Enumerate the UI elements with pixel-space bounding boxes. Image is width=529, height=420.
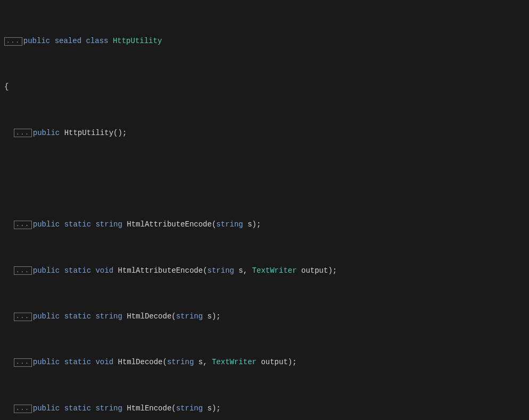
- code-line: ...public static string HtmlDecode(strin…: [0, 311, 529, 323]
- fold-icon[interactable]: ...: [14, 221, 32, 229]
- fold-icon[interactable]: ...: [14, 266, 32, 275]
- code-line: [0, 173, 529, 185]
- code-line: {: [0, 81, 529, 93]
- fold-icon[interactable]: ...: [14, 405, 32, 413]
- code-line: ...public static void HtmlDecode(string …: [0, 357, 529, 368]
- code-editor[interactable]: ...public sealed class HttpUtility { ...…: [0, 0, 529, 420]
- code-line: ...public static string HtmlEncode(strin…: [0, 403, 529, 415]
- code-line: ...public HttpUtility();: [0, 128, 529, 139]
- fold-icon[interactable]: ...: [4, 37, 22, 46]
- code-line: ...public sealed class HttpUtility: [0, 36, 529, 47]
- fold-icon[interactable]: ...: [14, 313, 32, 321]
- code-line: ...public static string HtmlAttributeEnc…: [0, 219, 529, 231]
- fold-icon[interactable]: ...: [14, 358, 32, 367]
- fold-icon[interactable]: ...: [14, 129, 32, 137]
- code-line: ...public static void HtmlAttributeEncod…: [0, 265, 529, 277]
